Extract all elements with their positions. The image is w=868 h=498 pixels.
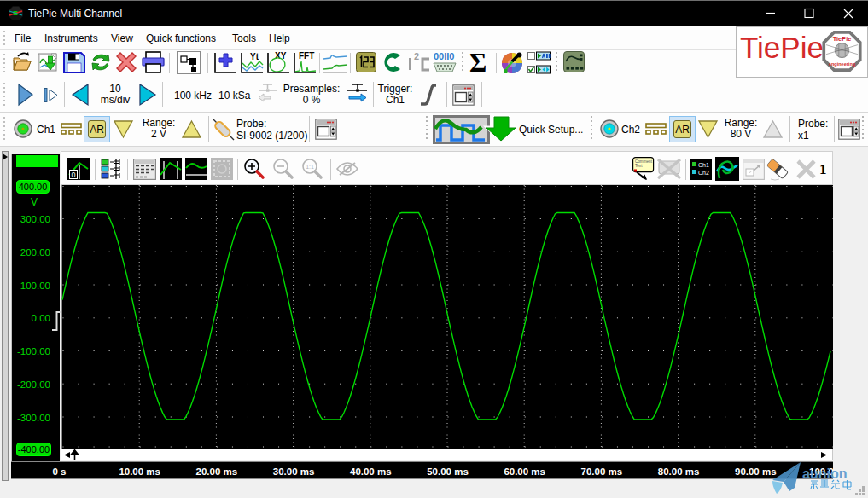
svg-text:TiePie: TiePie — [833, 35, 852, 43]
svg-text:0: 0 — [71, 171, 75, 179]
svg-text:Ch2: Ch2 — [698, 170, 709, 176]
svg-text:Comment: Comment — [635, 159, 653, 164]
svg-text:engineering: engineering — [829, 61, 855, 67]
svg-text:2: 2 — [414, 51, 419, 61]
svg-text:FFT: FFT — [299, 51, 314, 61]
svg-text:Text: Text — [635, 164, 643, 168]
svg-text:Ch1: Ch1 — [698, 162, 709, 168]
svg-text:00II0: 00II0 — [434, 51, 454, 61]
svg-text:1:1: 1:1 — [306, 164, 314, 170]
svg-text:XY: XY — [275, 51, 287, 61]
svg-text:Yt: Yt — [250, 52, 259, 61]
